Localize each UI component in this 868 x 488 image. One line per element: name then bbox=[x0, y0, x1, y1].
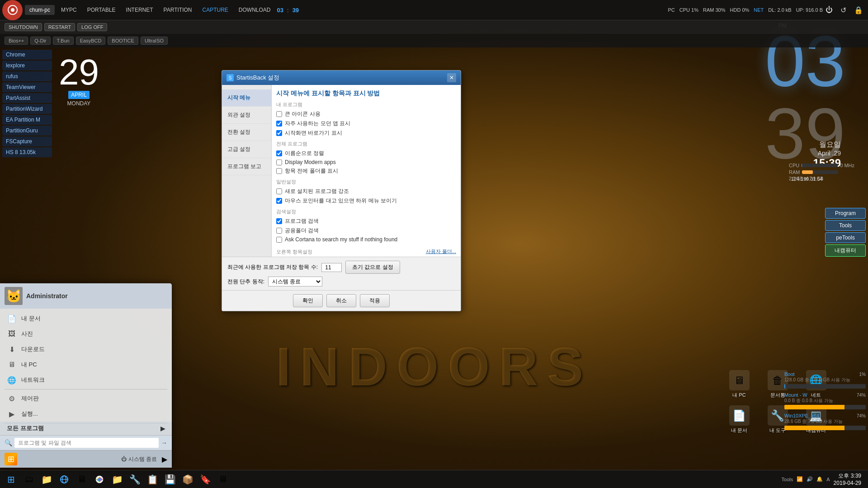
taskbar-folder2[interactable]: 📁 bbox=[109, 471, 125, 488]
start-item-photos[interactable]: 🖼 사진 bbox=[0, 326, 172, 342]
start-menu: 🐱 Administrator 📄 내 문서 🖼 사진 ⬇ 다운로드 🖥 내 P… bbox=[0, 283, 172, 468]
pc-name-label[interactable]: chum-pc bbox=[25, 5, 55, 15]
sidebar-appearance[interactable]: 외관 설정 bbox=[222, 107, 271, 124]
ok-button[interactable]: 확인 bbox=[293, 294, 323, 307]
taskbar-clipboard[interactable]: 📋 bbox=[144, 471, 160, 488]
program-search-checkbox[interactable] bbox=[276, 218, 282, 224]
nav-internet[interactable]: INTERNET bbox=[124, 6, 155, 14]
nav-capture[interactable]: CAPTURE bbox=[201, 6, 230, 14]
sidebar-advanced[interactable]: 고급 설정 bbox=[222, 141, 271, 158]
windows-icon[interactable]: ⊞ bbox=[5, 453, 17, 465]
nav-portable[interactable]: PORTABLE bbox=[85, 6, 118, 14]
start-shortcuts-checkbox[interactable] bbox=[276, 130, 282, 136]
taskbar-package[interactable]: 📦 bbox=[179, 471, 196, 488]
power-select[interactable]: 시스템 종료 bbox=[268, 277, 322, 286]
time-sep: : bbox=[287, 7, 289, 14]
start-item-control[interactable]: ⚙ 제어판 bbox=[0, 391, 172, 406]
display-modern-checkbox[interactable] bbox=[276, 160, 282, 165]
dialog-main-content: 시작 메뉴에 표시할 항목과 표시 방법 내 프로그램 큰 아이콘 사용 자주 … bbox=[272, 85, 461, 257]
start-item-run[interactable]: ▶ 실행... bbox=[0, 406, 172, 422]
cortana-label: Ask Cortana to search my stuff if nothin… bbox=[285, 236, 397, 243]
dialog-close-button[interactable]: ✕ bbox=[447, 73, 456, 82]
sidebar-hs[interactable]: HS 8 13.05k bbox=[2, 147, 52, 157]
program-button[interactable]: Program bbox=[825, 208, 866, 219]
taskbar-file-manager[interactable]: 🗂 bbox=[21, 471, 37, 488]
folders-first-checkbox[interactable] bbox=[276, 168, 282, 174]
network-icon: 🌐 bbox=[7, 375, 17, 385]
sidebar-rufus[interactable]: rufus bbox=[2, 71, 52, 81]
start-item-network[interactable]: 🌐 네트워크 bbox=[0, 372, 172, 388]
recent-count-input[interactable] bbox=[321, 263, 342, 272]
naecamputer-button[interactable]: 내캠퓨터 bbox=[825, 244, 866, 257]
petools-button[interactable]: peTools bbox=[825, 232, 866, 243]
taskbar-date: 2019-04-29 bbox=[834, 480, 861, 486]
modern-apps-checkbox[interactable] bbox=[276, 121, 282, 127]
desktop-icon-docs[interactable]: 📄 내 문서 bbox=[723, 405, 755, 434]
big-icons-checkbox[interactable] bbox=[276, 111, 282, 117]
folder-search-checkbox[interactable] bbox=[276, 228, 282, 234]
start-item-downloads[interactable]: ⬇ 다운로드 bbox=[0, 342, 172, 357]
default-settings-button[interactable]: 초기 값으로 설정 bbox=[345, 261, 400, 274]
mypc-start-label: 내 PC bbox=[21, 361, 37, 369]
taskbar-bookmark[interactable]: 🔖 bbox=[197, 471, 213, 488]
start-search-input[interactable] bbox=[14, 438, 159, 448]
taskbar-pc[interactable]: 🖥 bbox=[74, 471, 90, 488]
taskbar-folder[interactable]: 📁 bbox=[38, 471, 55, 488]
sidebar-transition[interactable]: 전환 설정 bbox=[222, 124, 271, 141]
taskbar-tools[interactable]: 🔧 bbox=[127, 471, 143, 488]
lock-button[interactable]: 🔒 bbox=[851, 5, 866, 15]
power-button[interactable]: ⏻ bbox=[823, 5, 835, 15]
taskbar-ie[interactable] bbox=[56, 471, 72, 488]
restart-button[interactable]: RESTART bbox=[44, 23, 75, 31]
start-item-documents[interactable]: 📄 내 문서 bbox=[0, 311, 172, 326]
bootice-button[interactable]: BOOTICE bbox=[108, 37, 138, 45]
sidebar-chrome[interactable]: Chrome bbox=[2, 50, 52, 60]
cancel-button[interactable]: 취소 bbox=[326, 294, 356, 307]
logo-button[interactable] bbox=[2, 0, 23, 20]
sort-name-checkbox[interactable] bbox=[276, 150, 282, 156]
user-avatar[interactable]: 🐱 bbox=[5, 287, 23, 305]
sidebar-program-info[interactable]: 프로그램 보고 bbox=[222, 158, 271, 175]
tools-button[interactable]: Tools bbox=[825, 220, 866, 231]
nav-download[interactable]: DOWNLOAD bbox=[237, 6, 273, 14]
tools-right-label: Tools bbox=[782, 477, 793, 482]
shutdown-arrow[interactable]: ▶ bbox=[162, 455, 167, 464]
submenu-hover-checkbox[interactable] bbox=[276, 198, 282, 204]
start-item-mypc[interactable]: 🖥 내 PC bbox=[0, 357, 172, 372]
cortana-checkbox[interactable] bbox=[276, 237, 282, 243]
shutdown-start-button[interactable]: ⏻ 시스템 종료 bbox=[118, 454, 160, 465]
cpu-freq-label: 0 MHz bbox=[840, 163, 854, 168]
sidebar-teamviewer[interactable]: TeamViewer bbox=[2, 82, 52, 92]
tbun-button[interactable]: T.Bun bbox=[53, 37, 74, 45]
taskbar-screen[interactable]: 🖥 bbox=[215, 471, 231, 488]
svg-point-6 bbox=[98, 478, 101, 481]
sidebar-fscapture[interactable]: FSCapture bbox=[2, 136, 52, 146]
logoff-button[interactable]: LOG OFF bbox=[77, 23, 107, 31]
easybcd-button[interactable]: EasyBCD bbox=[76, 37, 106, 45]
sidebar-ea-partition[interactable]: EA Partition M bbox=[2, 115, 52, 125]
apply-button[interactable]: 적용 bbox=[360, 294, 390, 307]
disk-win-label: Win10XPE_x64 bbox=[784, 413, 819, 418]
start-button[interactable]: ⊞ bbox=[2, 471, 19, 488]
refresh-button[interactable]: ↺ bbox=[838, 5, 849, 15]
user-folder-link[interactable]: 사용자 폴더... bbox=[426, 248, 456, 255]
nav-mypc[interactable]: MYPC bbox=[59, 6, 79, 14]
desktop-icon-mypc[interactable]: 🖥 내 PC bbox=[723, 370, 755, 399]
sidebar-partitionwizard[interactable]: PartitionWizard bbox=[2, 104, 52, 114]
sidebar-iexplore[interactable]: lexplore bbox=[2, 61, 52, 70]
sidebar-start-menu[interactable]: 시작 메뉴 bbox=[222, 89, 271, 107]
disk-mount: Mount - W 74% 0.0 B 중 0.0 B 사용 가능 bbox=[784, 392, 866, 409]
qdir-button[interactable]: Q-Dir bbox=[30, 37, 50, 45]
sidebar-partassist[interactable]: PartAssist bbox=[2, 93, 52, 103]
nav-partition[interactable]: PARTITION bbox=[162, 6, 194, 14]
search-submit-button[interactable]: → bbox=[161, 439, 167, 446]
bios-button[interactable]: Bios++ bbox=[5, 37, 28, 45]
highlight-new-checkbox[interactable] bbox=[276, 188, 282, 194]
taskbar-chrome[interactable] bbox=[91, 471, 108, 488]
all-programs-item[interactable]: 모든 프로그램 ▶ bbox=[0, 422, 172, 435]
taskbar-save[interactable]: 💾 bbox=[162, 471, 178, 488]
ultraiso-button[interactable]: UltraISO bbox=[141, 37, 168, 45]
shutdown-button[interactable]: SHUTDOWN bbox=[5, 23, 42, 31]
sidebar-partitionguru[interactable]: PartitionGuru bbox=[2, 126, 52, 136]
display-modern-label: Display Modern apps bbox=[285, 159, 336, 165]
